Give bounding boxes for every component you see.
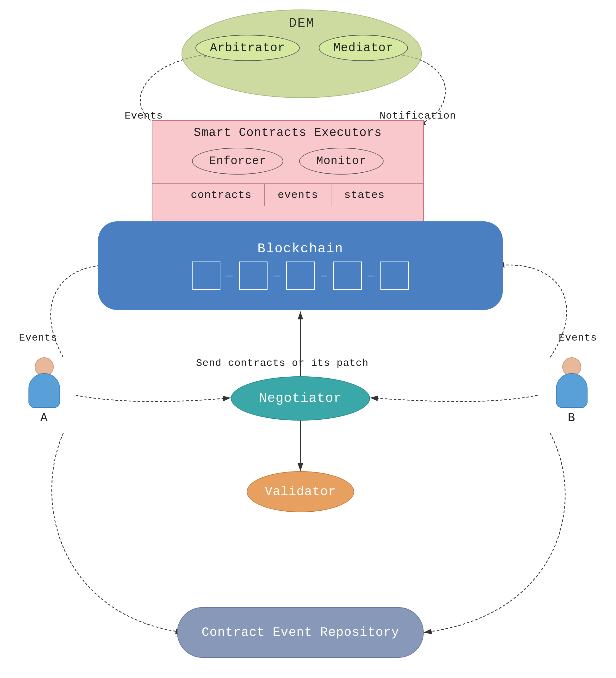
sce-title: Smart Contracts Executors xyxy=(152,121,423,142)
sce-states-cell: states xyxy=(332,184,397,206)
block-3 xyxy=(286,262,315,290)
sce-events-cell: events xyxy=(265,184,332,206)
cer-box: Contract Event Repository xyxy=(177,607,424,658)
sce-inner-row: Enforcer Monitor xyxy=(152,142,423,180)
sce-contracts-cell: contracts xyxy=(178,184,265,206)
blockchain-blocks: — — — — xyxy=(192,262,409,290)
arbitrator-ellipse: Arbitrator xyxy=(195,35,300,61)
person-b-body xyxy=(556,373,587,408)
negotiator-ellipse: Negotiator xyxy=(231,376,370,421)
person-a-body xyxy=(29,373,60,408)
person-a: A xyxy=(29,357,60,425)
blockchain-box: Blockchain — — — — xyxy=(98,221,503,310)
send-contracts-label: Send contracts or its patch xyxy=(196,357,369,369)
block-connector-3: — xyxy=(321,270,327,282)
block-1 xyxy=(192,262,220,290)
negotiator-label: Negotiator xyxy=(259,391,342,406)
sce-bottom-row: contracts events states xyxy=(152,183,423,206)
person-b-label: B xyxy=(568,411,576,425)
diagram-container: DEM Arbitrator Mediator Events Notificat… xyxy=(0,0,616,678)
dem-label: DEM xyxy=(182,16,422,31)
block-connector-2: — xyxy=(274,270,280,282)
validator-ellipse: Validator xyxy=(247,471,354,512)
events-left-label: Events xyxy=(19,332,57,344)
events-right-label: Events xyxy=(559,332,597,344)
person-b-figure: B xyxy=(556,357,587,425)
cer-label: Contract Event Repository xyxy=(201,626,399,640)
person-b: B xyxy=(556,357,587,425)
dem-inner-ellipses: Arbitrator Mediator xyxy=(182,35,422,61)
validator-label: Validator xyxy=(265,485,336,499)
block-connector-4: — xyxy=(368,270,374,282)
enforcer-ellipse: Enforcer xyxy=(192,148,283,175)
person-a-figure: A xyxy=(29,357,60,425)
person-a-label: A xyxy=(40,411,48,425)
monitor-ellipse: Monitor xyxy=(299,148,383,175)
block-2 xyxy=(239,262,268,290)
block-connector-1: — xyxy=(227,270,233,282)
mediator-ellipse: Mediator xyxy=(319,35,408,61)
block-4 xyxy=(333,262,362,290)
arrows-svg xyxy=(0,0,616,678)
block-5 xyxy=(380,262,409,290)
blockchain-label: Blockchain xyxy=(258,241,343,257)
